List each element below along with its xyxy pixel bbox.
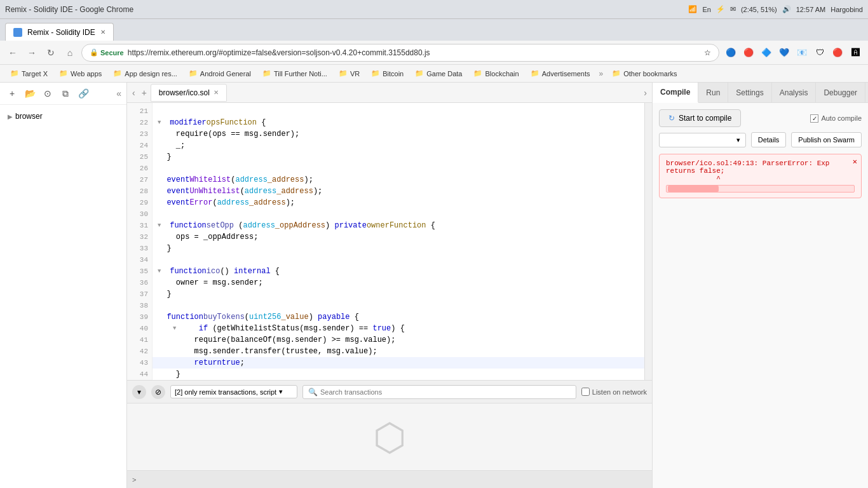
version-select-value — [665, 136, 667, 144]
window-title: Remix - Solidity IDE - Google Chrome — [5, 5, 133, 14]
tx-input-bar: > — [127, 470, 652, 488]
ln-38: 38 — [127, 300, 152, 311]
error-scroll-bar[interactable] — [666, 185, 855, 193]
tx-dropdown-arrow: ▾ — [279, 388, 283, 396]
bookmark-game-data[interactable]: Game Data — [410, 68, 467, 79]
code-line-30 — [153, 208, 644, 220]
active-tab[interactable]: Remix - Solidity IDE ✕ — [5, 23, 114, 41]
tab-settings[interactable]: Settings — [728, 83, 771, 103]
ln-27: 27 — [127, 174, 152, 186]
bookmarks-overflow[interactable]: » — [597, 69, 606, 78]
version-row: ▾ Details Publish on Swarm — [659, 132, 862, 147]
new-file-icon[interactable]: + — [5, 86, 19, 100]
tab-run[interactable]: Run — [698, 83, 728, 103]
listen-on-network-label[interactable]: Listen on network — [581, 388, 647, 396]
code-line-24: _; — [153, 140, 644, 151]
bookmark-till-further[interactable]: Till Further Noti... — [257, 68, 332, 79]
details-button[interactable]: Details — [751, 132, 787, 147]
extension-icon-7[interactable]: 🔴 — [830, 45, 845, 60]
bookmark-app-design[interactable]: App design res... — [108, 68, 182, 79]
bookmark-web-apps[interactable]: Web apps — [54, 68, 107, 79]
code-line-26 — [153, 163, 644, 174]
error-message-box: ✕ browser/ico.sol:49:13: ParserError: Ex… — [659, 154, 862, 198]
tab-analysis[interactable]: Analysis — [772, 83, 817, 103]
tx-search-wrap[interactable]: 🔍 — [302, 385, 576, 399]
editor-scrollbar[interactable] — [644, 103, 652, 380]
back-button[interactable]: ← — [5, 45, 20, 60]
code-line-34 — [153, 254, 644, 266]
tab-label: Remix - Solidity IDE — [27, 28, 95, 37]
tab-support[interactable]: Support — [865, 83, 868, 103]
bookmark-star-icon[interactable]: ☆ — [704, 48, 711, 57]
bluetooth-icon: ⚡ — [716, 5, 725, 13]
right-panel: Compile Run Settings Analysis Debugger S… — [652, 83, 868, 488]
extension-icon-6[interactable]: 🛡 — [812, 45, 827, 60]
listen-checkbox[interactable] — [581, 388, 590, 396]
start-compile-button[interactable]: ↻ Start to compile — [659, 109, 741, 127]
bookmark-advertisements[interactable]: Advertisements — [526, 68, 595, 79]
editor-tab-ico[interactable]: browser/ico.sol ✕ — [151, 84, 227, 102]
version-select-dropdown[interactable]: ▾ — [659, 133, 746, 147]
auto-compile-checkbox[interactable] — [810, 114, 818, 123]
bottom-panel: ▾ ⊘ [2] only remix transactions, script … — [127, 380, 652, 488]
error-indicator: ^ — [666, 175, 855, 182]
ethereum-logo: ⬡ — [373, 415, 406, 459]
extension-icon-3[interactable]: 🔷 — [759, 45, 774, 60]
tab-debugger[interactable]: Debugger — [816, 83, 865, 103]
bookmark-blockchain[interactable]: Blockchain — [468, 68, 524, 79]
tab-compile[interactable]: Compile — [653, 83, 698, 103]
ln-35: 35 — [127, 266, 152, 277]
auto-compile-label: Auto compile — [821, 114, 862, 122]
code-line-43: return true; — [153, 357, 644, 369]
username: Hargobind — [831, 6, 863, 13]
extension-icon-1[interactable]: 🔵 — [723, 45, 738, 60]
bookmark-target-x[interactable]: Target X — [5, 68, 53, 79]
extension-icon-8[interactable]: 🅰 — [848, 45, 863, 60]
code-line-33: } — [153, 243, 644, 254]
extension-icon-2[interactable]: 🔴 — [741, 45, 756, 60]
bookmark-other[interactable]: Other bookmarks — [607, 68, 682, 79]
tree-item-browser[interactable]: ▶ browser — [5, 110, 121, 123]
ln-28: 28 — [127, 186, 152, 197]
extension-icon-4[interactable]: 💙 — [776, 45, 792, 60]
auto-compile-wrap: Auto compile — [810, 114, 862, 123]
tx-clear-button[interactable]: ⊘ — [151, 385, 165, 399]
open-folder-icon[interactable]: 📂 — [23, 86, 37, 100]
sidebar-icon-bar: + 📂 ⊙ ⧉ 🔗 « — [0, 83, 126, 105]
tree-expand-arrow: ▶ — [8, 113, 13, 120]
editor-tab-close[interactable]: ✕ — [214, 89, 219, 96]
github-icon[interactable]: ⊙ — [41, 86, 55, 100]
sidebar-collapse-arrow[interactable]: « — [116, 88, 121, 98]
code-line-44: } — [153, 369, 644, 380]
code-line-38 — [153, 300, 644, 311]
code-line-23: require(ops == msg.sender); — [153, 128, 644, 140]
tab-close-button[interactable]: ✕ — [100, 29, 105, 36]
bookmark-vr[interactable]: VR — [334, 68, 365, 79]
ln-24: 24 — [127, 140, 152, 151]
bookmark-android[interactable]: Android General — [184, 68, 256, 79]
reload-button[interactable]: ↻ — [43, 45, 58, 60]
home-button[interactable]: ⌂ — [62, 45, 78, 60]
code-line-21 — [153, 105, 644, 117]
tab-scroll-right[interactable]: › — [641, 86, 649, 99]
code-content[interactable]: ▼ modifier opsFunction { require(ops == … — [153, 103, 644, 380]
code-line-37: } — [153, 288, 644, 300]
code-editor[interactable]: 21 22 23 24 25 26 27 28 29 30 31 32 33 3… — [127, 103, 652, 380]
extension-icon-5[interactable]: 📧 — [794, 45, 810, 60]
copy-icon[interactable]: ⧉ — [58, 86, 72, 100]
tab-scroll-left[interactable]: ‹ — [130, 86, 138, 99]
link-icon[interactable]: 🔗 — [76, 86, 90, 100]
error-close-icon[interactable]: ✕ — [853, 157, 857, 166]
tx-search-input[interactable] — [320, 388, 571, 396]
code-line-39: function buyTokens(uint256 _value) payab… — [153, 311, 644, 323]
version-dropdown-arrow: ▾ — [736, 136, 740, 144]
system-icons: 📶 En ⚡ ✉ (2:45, 51%) 🔊 12:57 AM Hargobin… — [688, 5, 863, 13]
tx-filter-dropdown[interactable]: [2] only remix transactions, script ▾ — [170, 385, 297, 398]
tx-chevron-button[interactable]: ▾ — [132, 385, 146, 399]
code-line-28: event UnWhitelist(address _address); — [153, 186, 644, 197]
tab-add-button[interactable]: + — [139, 86, 149, 99]
bookmark-bitcoin[interactable]: Bitcoin — [366, 68, 409, 79]
publish-on-swarm-button[interactable]: Publish on Swarm — [791, 132, 862, 147]
forward-button[interactable]: → — [24, 45, 39, 60]
url-input-wrap[interactable]: 🔒 Secure https://remix.ethereum.org/#opt… — [81, 44, 719, 62]
